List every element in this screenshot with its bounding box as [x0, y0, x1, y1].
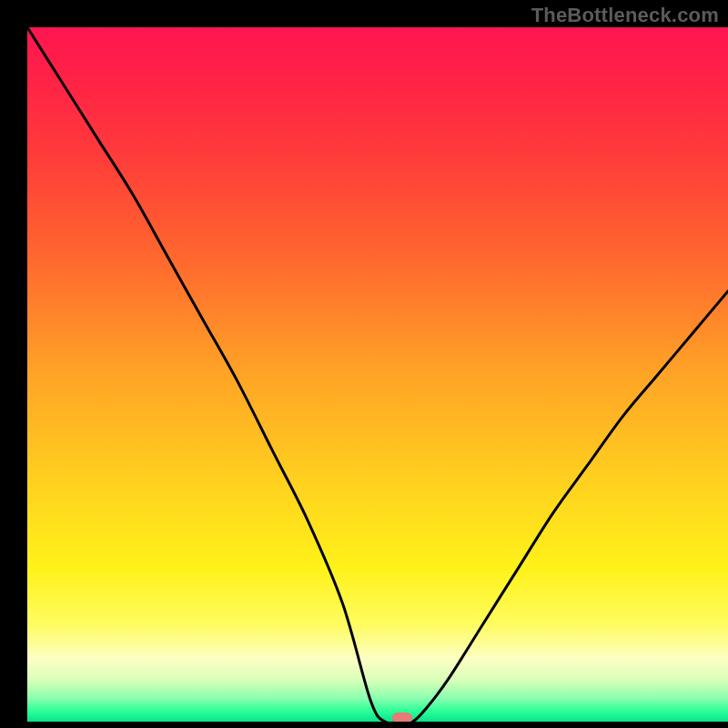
plot-area [27, 27, 728, 722]
optimal-marker [392, 713, 412, 722]
bottleneck-curve [27, 27, 728, 722]
chart-frame: TheBottleneck.com [0, 0, 728, 728]
watermark-text: TheBottleneck.com [531, 4, 719, 27]
